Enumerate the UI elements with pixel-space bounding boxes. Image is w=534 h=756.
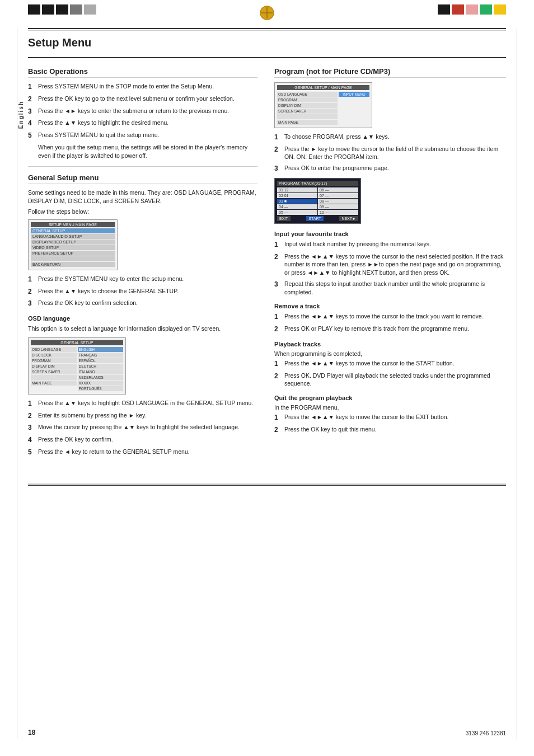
input-track-title: Input your favourite track	[274, 231, 506, 237]
screen-title-bar: SETUP MENU MAIN PAGE	[31, 222, 115, 227]
track-footer: EXIT START NEXT►	[277, 216, 358, 221]
list-item: 5 Press the ◄ key to return to the GENER…	[28, 448, 257, 457]
general-setup-steps: 1 Press the SYSTEM MENU key to enter the…	[28, 275, 257, 308]
two-column-layout: Basic Operations 1 Press SYSTEM MENU in …	[28, 67, 506, 461]
list-item: 2 Press the OK key to go to the next lev…	[28, 95, 257, 104]
list-item: 2 Press the ▲▼ keys to choose the GENERA…	[28, 287, 257, 297]
basic-operations-title: Basic Operations	[28, 67, 257, 78]
screen-row-7: BACK/RETURN	[31, 262, 115, 267]
bar-sq-1	[28, 4, 40, 15]
osd-language-section: OSD language This option is to select a …	[28, 315, 257, 457]
program-steps-1: 1 To choose PROGRAM, press ▲▼ keys. 2 Pr…	[274, 133, 506, 173]
list-item: 2 Press the OK key to quit this menu.	[274, 425, 506, 435]
screen-row-6	[31, 256, 115, 261]
list-item: 4 Press the ▲▼ keys to highlight the des…	[28, 119, 257, 128]
top-right-bars	[438, 4, 506, 15]
bar-sq-pink	[466, 4, 478, 15]
exit-btn: EXIT	[277, 216, 291, 221]
osd-language-steps: 1 Press the ▲▼ keys to highlight OSD LAN…	[28, 399, 257, 457]
input-track-section: Input your favourite track 1 Input valid…	[274, 231, 506, 296]
bar-sq-5	[84, 4, 96, 15]
basic-operations-note: When you quit the setup menu, the settin…	[38, 143, 257, 159]
track-grid: 01 12 06 — 02 01 07 — 03 ■ 08 — 04 — 09 …	[277, 187, 358, 215]
divider-1	[28, 166, 257, 167]
center-compass	[259, 5, 275, 22]
general-setup-title: General Setup menu	[28, 173, 257, 184]
list-item: 1 Press the ◄►▲▼ keys to move the cursor…	[274, 312, 506, 322]
page-title: Setup Menu	[28, 31, 506, 58]
general-setup-follow: Follow the steps below:	[28, 208, 257, 215]
list-item: 3 Press the OK key to confirm selection.	[28, 299, 257, 308]
list-item: 1 Press the ▲▼ keys to highlight OSD LAN…	[28, 399, 257, 408]
osd-left-col: OSD LANGUAGE DISC LOCK PROGRAM DISPLAY D…	[31, 346, 77, 392]
list-item: 2 Press the ► key to move the cursor to …	[274, 145, 506, 161]
list-item: 1 Press the SYSTEM MENU key to enter the…	[28, 275, 257, 284]
quit-steps: 1 Press the ◄►▲▼ keys to move the cursor…	[274, 413, 506, 435]
screen-row-3: DISPLAY/VIDEO SETUP	[31, 240, 115, 245]
playback-intro: When programming is completed,	[274, 350, 506, 357]
remove-track-section: Remove a track 1 Press the ◄►▲▼ keys to …	[274, 303, 506, 334]
quit-intro: In the PROGRAM menu,	[274, 404, 506, 411]
remove-track-steps: 1 Press the ◄►▲▼ keys to move the cursor…	[274, 312, 506, 334]
screen-row-2: LANGUAGE/AUDIO SETUP	[31, 234, 115, 239]
bar-sq-green	[480, 4, 492, 15]
language-sidebar: English	[18, 101, 24, 129]
list-item: 4 Press the OK key to confirm.	[28, 435, 257, 445]
top-decorative-section	[0, 0, 534, 27]
playback-tracks-section: Playback tracks When programming is comp…	[274, 341, 506, 388]
osd-language-screen: GENERAL SETUP OSD LANGUAGE DISC LOCK PRO…	[28, 337, 126, 395]
right-column: Program (not for Picture CD/MP3) GENERAL…	[274, 67, 506, 461]
bottom-rule-thin	[28, 483, 506, 483]
prog-screen-1-content: OSD LANGUAGE PROGRAM DISPLAY DIM SCREEN …	[277, 91, 369, 125]
playback-steps: 1 Press the ◄►▲▼ keys to move the cursor…	[274, 359, 506, 388]
basic-operations-list: 1 Press SYSTEM MENU in the STOP mode to …	[28, 82, 257, 140]
osd-language-intro: This option is to select a language for …	[28, 325, 257, 333]
screen-row-1: GENERAL SETUP	[31, 228, 115, 233]
track-screen-title: PROGRAM: TRACK(01-17)	[277, 181, 358, 186]
program-section-title: Program (not for Picture CD/MP3)	[274, 67, 506, 78]
next-btn: NEXT►	[339, 216, 358, 221]
bar-sq-2	[42, 4, 54, 15]
program-screen-1: GENERAL SETUP / MAIN PAGE OSD LANGUAGE P…	[274, 82, 372, 128]
page-content: Setup Menu Basic Operations 1 Press SYST…	[0, 31, 534, 483]
remove-track-title: Remove a track	[274, 303, 506, 309]
list-item: 2 Press OK or PLAY key to remove this tr…	[274, 325, 506, 334]
track-program-screen: PROGRAM: TRACK(01-17) 01 12 06 — 02 01 0…	[274, 178, 361, 224]
list-item: 1 To choose PROGRAM, press ▲▼ keys.	[274, 133, 506, 142]
bar-sq-3	[56, 4, 68, 15]
bar-sq-r1	[438, 4, 450, 15]
prog-screen-1-title: GENERAL SETUP / MAIN PAGE	[277, 85, 369, 90]
osd-language-title: OSD language	[28, 315, 257, 322]
bar-sq-yellow	[494, 4, 506, 15]
osd-screen-content: OSD LANGUAGE DISC LOCK PROGRAM DISPLAY D…	[31, 346, 123, 392]
input-track-steps: 1 Input valid track number by pressing t…	[274, 240, 506, 296]
bar-sq-red	[452, 4, 464, 15]
quit-playback-title: Quit the program playback	[274, 395, 506, 401]
bottom-rule	[28, 485, 506, 486]
list-item: 1 Press SYSTEM MENU in the STOP mode to …	[28, 82, 257, 92]
top-rule	[28, 28, 506, 29]
list-item: 2 Press the ◄►▲▼ keys to move the cursor…	[274, 252, 506, 277]
general-setup-screen: SETUP MENU MAIN PAGE GENERAL SETUP LANGU…	[28, 219, 118, 270]
prog-screen-right: INPUT MENU	[339, 91, 369, 125]
list-item: 3 Repeat this steps to input another tra…	[274, 280, 506, 296]
list-item: 1 Input valid track number by pressing t…	[274, 240, 506, 250]
quit-playback-section: Quit the program playback In the PROGRAM…	[274, 395, 506, 435]
list-item: 2 Enter its submenu by pressing the ► ke…	[28, 411, 257, 421]
osd-screen-title: GENERAL SETUP	[31, 340, 123, 345]
osd-right-col: ENGLISH FRANÇAIS ESPAÑOL DEUTSCH ITALIAN…	[78, 346, 124, 392]
list-item: 3 Move the cursor by pressing the ▲▼ key…	[28, 423, 257, 433]
screen-row-5: PREFERENCE SETUP	[31, 251, 115, 256]
bar-sq-4	[70, 4, 82, 15]
start-btn: START	[306, 216, 323, 221]
left-column: Basic Operations 1 Press SYSTEM MENU in …	[28, 67, 257, 461]
list-item: 3 Press OK to enter the programme page.	[274, 164, 506, 173]
playback-tracks-title: Playback tracks	[274, 341, 506, 348]
screen-row-4: VIDEO SETUP	[31, 245, 115, 250]
list-item: 3 Press the ◄► keys to enter the submenu…	[28, 107, 257, 116]
list-item: 1 Press the ◄►▲▼ keys to move the cursor…	[274, 359, 506, 369]
top-left-bars	[28, 4, 96, 15]
doc-number: 3139 246 12381	[466, 730, 506, 736]
general-setup-intro: Some settings need to be made in this me…	[28, 189, 257, 205]
page-number: 18	[28, 729, 35, 736]
